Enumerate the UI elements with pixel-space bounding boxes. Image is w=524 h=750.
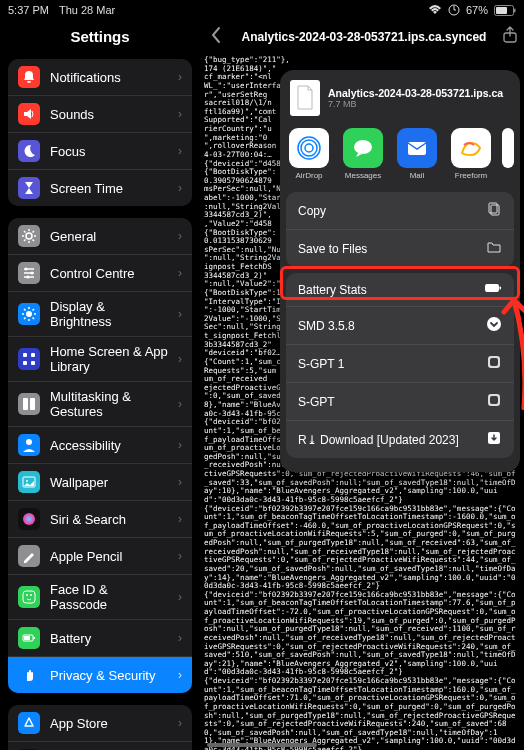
status-date: Thu 28 Mar xyxy=(59,4,115,16)
svg-rect-23 xyxy=(24,636,30,640)
share-target-mail[interactable]: Mail xyxy=(394,128,440,180)
settings-row-battery[interactable]: Battery› xyxy=(8,620,192,657)
settings-row-notifications[interactable]: Notifications› xyxy=(8,59,192,96)
pencil-icon xyxy=(18,545,40,567)
share-target-airdrop[interactable]: AirDrop xyxy=(286,128,332,180)
settings-row-wallet[interactable]: Wallet› xyxy=(8,742,192,750)
chevron-down-circle-icon xyxy=(486,316,502,335)
settings-row-label: Focus xyxy=(50,144,85,159)
sheet-file-size: 7.7 MB xyxy=(328,99,503,109)
svg-rect-14 xyxy=(30,398,35,410)
photo-icon xyxy=(18,471,40,493)
share-action-r-download-updated-2023-[interactable]: R⤓ Download [Updated 2023] xyxy=(286,421,514,458)
share-target-freeform[interactable]: Freeform xyxy=(448,128,494,180)
shortcut-icon xyxy=(486,354,502,373)
battery-icon xyxy=(18,627,40,649)
hand-icon xyxy=(18,664,40,686)
settings-row-siri-search[interactable]: Siri & Search› xyxy=(8,501,192,538)
chevron-right-icon: › xyxy=(178,549,182,563)
settings-row-display-brightness[interactable]: Display & Brightness› xyxy=(8,292,192,337)
share-action-label: S-GPT xyxy=(298,395,335,409)
share-action-label: Battery Stats xyxy=(298,283,367,297)
share-sheet: Analytics-2024-03-28-053721.ips.ca 7.7 M… xyxy=(280,70,520,472)
svg-point-6 xyxy=(31,272,34,275)
share-action-smd-3-5-8[interactable]: SMD 3.5.8 xyxy=(286,307,514,345)
settings-row-app-store[interactable]: App Store› xyxy=(8,705,192,742)
gear-icon xyxy=(18,225,40,247)
settings-row-label: Control Centre xyxy=(50,266,135,281)
settings-row-label: Battery xyxy=(50,631,91,646)
grid-icon xyxy=(18,348,40,370)
svg-rect-49 xyxy=(490,396,498,404)
sun-icon xyxy=(18,303,40,325)
settings-row-focus[interactable]: Focus› xyxy=(8,133,192,170)
chevron-right-icon: › xyxy=(178,397,182,411)
share-action-copy[interactable]: Copy xyxy=(286,192,514,230)
detail-pane: Analytics-2024-03-28-053721.ips.ca.synce… xyxy=(200,20,524,750)
settings-row-wallpaper[interactable]: Wallpaper› xyxy=(8,464,192,501)
settings-row-label: Accessibility xyxy=(50,438,121,453)
settings-row-accessibility[interactable]: Accessibility› xyxy=(8,427,192,464)
settings-row-apple-pencil[interactable]: Apple Pencil› xyxy=(8,538,192,575)
folder-icon xyxy=(486,239,502,258)
sheet-file-title: Analytics-2024-03-28-053721.ips.ca xyxy=(328,87,503,99)
share-action-battery-stats[interactable]: Battery Stats xyxy=(286,273,514,307)
share-target-label: Freeform xyxy=(455,171,487,180)
share-action-label: R⤓ Download [Updated 2023] xyxy=(298,433,459,447)
chevron-right-icon: › xyxy=(178,181,182,195)
status-bar: 5:37 PM Thu 28 Mar 67% xyxy=(0,0,524,20)
svg-rect-13 xyxy=(23,398,28,410)
svg-point-45 xyxy=(487,317,501,331)
chevron-right-icon: › xyxy=(178,229,182,243)
chevron-right-icon: › xyxy=(178,70,182,84)
airdrop-icon xyxy=(289,128,329,168)
settings-row-home-screen-app-library[interactable]: Home Screen & App Library› xyxy=(8,337,192,382)
settings-sidebar: Settings Notifications›Sounds›Focus›Scre… xyxy=(0,20,200,750)
share-action-s-gpt-1[interactable]: S-GPT 1 xyxy=(286,345,514,383)
share-action-save-to-files[interactable]: Save to Files xyxy=(286,230,514,267)
status-time: 5:37 PM xyxy=(8,4,49,16)
appstore-icon xyxy=(18,712,40,734)
svg-rect-19 xyxy=(23,591,35,603)
settings-row-face-id-passcode[interactable]: Face ID & Passcode› xyxy=(8,575,192,620)
svg-rect-11 xyxy=(23,361,27,365)
settings-row-control-centre[interactable]: Control Centre› xyxy=(8,255,192,292)
settings-row-label: Wallpaper xyxy=(50,475,108,490)
settings-row-sounds[interactable]: Sounds› xyxy=(8,96,192,133)
svg-point-7 xyxy=(27,276,30,279)
share-target-label: AirDrop xyxy=(295,171,322,180)
share-action-s-gpt[interactable]: S-GPT xyxy=(286,383,514,421)
svg-point-37 xyxy=(301,140,317,156)
settings-row-multitasking-gestures[interactable]: Multitasking & Gestures› xyxy=(8,382,192,427)
svg-point-18 xyxy=(23,513,35,525)
settings-row-label: Notifications xyxy=(50,70,121,85)
back-button[interactable] xyxy=(206,26,226,49)
dots-icon xyxy=(18,393,40,415)
siri-icon xyxy=(18,508,40,530)
settings-row-label: Home Screen & App Library xyxy=(50,344,168,374)
settings-row-label: Apple Pencil xyxy=(50,549,122,564)
chevron-right-icon: › xyxy=(178,475,182,489)
settings-row-screen-time[interactable]: Screen Time› xyxy=(8,170,192,206)
chevron-right-icon: › xyxy=(178,266,182,280)
mail-icon xyxy=(397,128,437,168)
share-target-messages[interactable]: Messages xyxy=(340,128,386,180)
settings-row-privacy-security[interactable]: Privacy & Security› xyxy=(8,657,192,693)
share-action-label: Save to Files xyxy=(298,242,367,256)
settings-title: Settings xyxy=(0,20,200,55)
settings-row-label: Siri & Search xyxy=(50,512,126,527)
svg-point-36 xyxy=(305,144,313,152)
chevron-right-icon: › xyxy=(178,107,182,121)
svg-rect-3 xyxy=(514,8,516,12)
bell-icon xyxy=(18,66,40,88)
download-box-icon xyxy=(486,430,502,449)
svg-rect-2 xyxy=(496,7,507,14)
sliders-icon xyxy=(18,262,40,284)
settings-row-general[interactable]: General› xyxy=(8,218,192,255)
settings-row-label: Display & Brightness xyxy=(50,299,168,329)
share-action-label: SMD 3.5.8 xyxy=(298,319,355,333)
chevron-right-icon: › xyxy=(178,590,182,604)
svg-point-4 xyxy=(26,233,32,239)
person-icon xyxy=(18,434,40,456)
share-button[interactable] xyxy=(502,26,518,48)
